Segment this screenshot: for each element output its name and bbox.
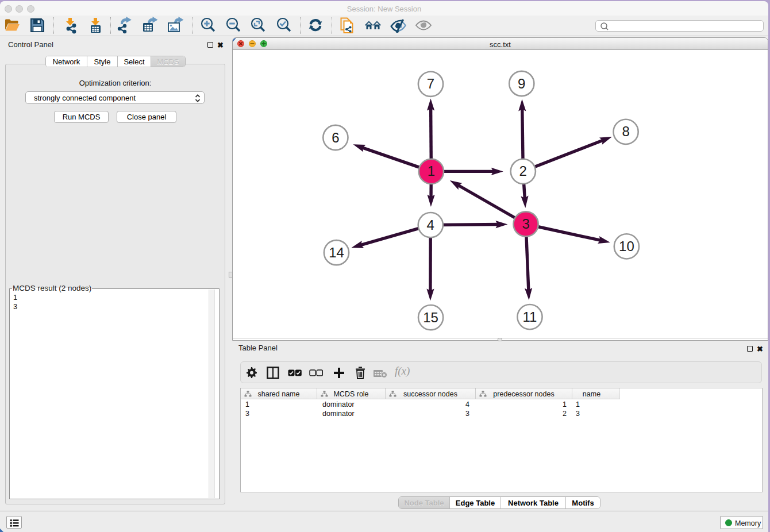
svg-text:7: 7 [427, 76, 434, 91]
svg-text:15: 15 [423, 310, 438, 325]
svg-text:4: 4 [427, 217, 434, 233]
svg-text:2: 2 [519, 163, 527, 179]
svg-text:11: 11 [523, 309, 537, 325]
svg-text:6: 6 [332, 130, 339, 145]
svg-text:3: 3 [522, 216, 529, 232]
svg-text:9: 9 [518, 76, 525, 91]
svg-text:8: 8 [622, 124, 629, 139]
svg-text:1: 1 [428, 163, 435, 179]
svg-text:10: 10 [619, 238, 634, 254]
svg-text:14: 14 [329, 245, 344, 260]
